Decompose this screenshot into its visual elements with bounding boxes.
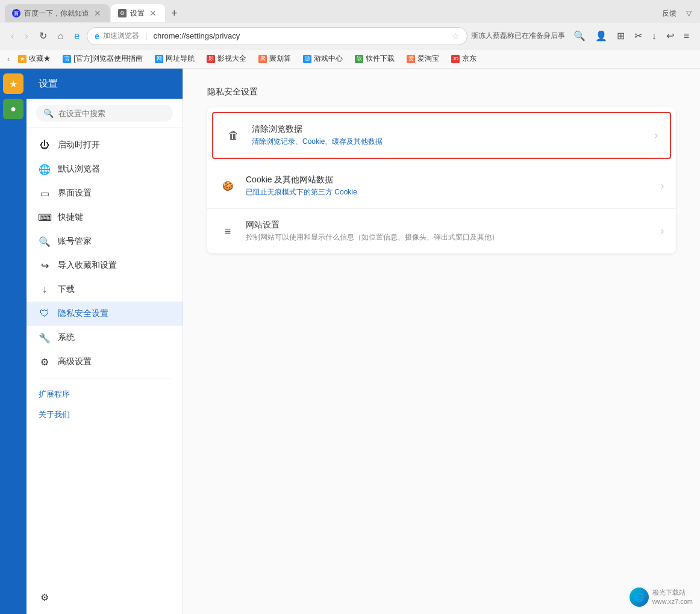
search-toolbar-btn[interactable]: 🔍	[570, 28, 589, 44]
taobao-icon: 爱	[407, 55, 415, 63]
default-browser-icon: 🌐	[39, 163, 51, 175]
browser-icon: e	[95, 31, 99, 41]
grid-btn[interactable]: ⊞	[613, 28, 628, 44]
sidebar-item-system-label: 系统	[58, 332, 75, 343]
sidebar-item-import-label: 导入收藏和设置	[58, 260, 117, 271]
bookmark-movies-label: 影视大全	[217, 54, 246, 64]
movies-icon: 影	[207, 55, 215, 63]
settings-item-clear-data[interactable]: 🗑 清除浏览数据 清除浏览记录、Cookie、缓存及其他数据 ›	[213, 113, 670, 158]
scissors-btn[interactable]: ✂	[631, 28, 646, 44]
sidebar-item-startup[interactable]: ⏻ 启动时打开	[27, 133, 183, 157]
nav-extensions-link[interactable]: 扩展程序	[27, 384, 183, 405]
tab-baidu-label: 百度一下，你就知道	[24, 8, 89, 19]
new-tab-button[interactable]: +	[166, 5, 183, 22]
home-button[interactable]: ⌂	[54, 28, 67, 44]
bookmark-jd[interactable]: JD 京东	[448, 52, 480, 65]
arrow-left-icon[interactable]: ‹	[7, 54, 10, 63]
bookmark-software-label: 软件下载	[366, 54, 395, 64]
section-title: 隐私安全设置	[207, 87, 676, 98]
clear-data-arrow: ›	[655, 130, 658, 141]
tab-settings-label: 设置	[130, 8, 145, 19]
bookmark-official[interactable]: 官 [官方]浏览器使用指南	[59, 52, 146, 65]
sidebar-item-account[interactable]: 🔍 账号管家	[27, 229, 183, 253]
bookmark-favorites-label: 收藏★	[29, 54, 51, 64]
games-icon: 游	[303, 55, 311, 63]
settings-item-site[interactable]: ≡ 网站设置 控制网站可以使用和显示什么信息（如位置信息、摄像头、弹出式窗口及其…	[207, 209, 676, 253]
settings-card: 🗑 清除浏览数据 清除浏览记录、Cookie、缓存及其他数据 › 🍪 Cooki…	[207, 107, 676, 253]
sidebar-icon-star[interactable]: ★	[3, 73, 23, 94]
bookmark-favorites[interactable]: ★ 收藏★	[14, 52, 54, 65]
sidebar-item-download[interactable]: ↓ 下载	[27, 278, 183, 302]
bookmark-jujuan[interactable]: 聚 聚划算	[255, 52, 295, 65]
sidebar-toggle[interactable]: e	[70, 28, 83, 44]
cookie-arrow: ›	[661, 181, 664, 191]
main-layout: ★ ● 设置 🔍 ⏻ 启动时打开 🌐 默认浏览器	[0, 69, 700, 614]
watermark-url: www.xz7.com	[652, 597, 693, 606]
nav-about-link[interactable]: 关于我们	[27, 405, 183, 425]
clear-data-subtitle: 清除浏览记录、Cookie、缓存及其他数据	[252, 137, 645, 147]
tab-baidu[interactable]: 百 百度一下，你就知道 ✕	[5, 4, 110, 22]
cookie-icon: 🍪	[219, 178, 236, 194]
menu-btn[interactable]: ≡	[680, 28, 693, 44]
search-input[interactable]	[58, 109, 166, 118]
news-text: 浙冻人蔡磊称已在准备身后事	[471, 31, 565, 41]
bookmark-official-label: [官方]浏览器使用指南	[73, 54, 143, 64]
bookmark-nav[interactable]: 网 网址导航	[151, 52, 198, 65]
appearance-icon: ▭	[39, 187, 51, 199]
bookmark-taobao-label: 爱淘宝	[417, 54, 439, 64]
sidebar-item-default-browser[interactable]: 🌐 默认浏览器	[27, 157, 183, 181]
settings-header: 设置	[27, 69, 183, 99]
undo-btn[interactable]: ↩	[663, 28, 678, 44]
settings-favicon: ⚙	[118, 9, 127, 17]
cookie-text: Cookie 及其他网站数据 已阻止无痕模式下的第三方 Cookie	[246, 175, 651, 197]
watermark-icon: 🌐	[630, 588, 649, 607]
sidebar-item-system[interactable]: 🔧 系统	[27, 326, 183, 350]
back-button[interactable]: ‹	[7, 28, 17, 44]
tab-baidu-close[interactable]: ✕	[93, 8, 102, 18]
site-settings-title: 网站设置	[246, 220, 651, 231]
forward-button[interactable]: ›	[21, 28, 31, 44]
toolbar-right: 浙冻人蔡磊称已在准备身后事 🔍 👤 ⊞ ✂ ↓ ↩ ≡	[471, 28, 693, 44]
sidebar-item-advanced[interactable]: ⚙ 高级设置	[27, 350, 183, 374]
search-wrap[interactable]: 🔍	[36, 105, 173, 122]
bookmark-movies[interactable]: 影 影视大全	[203, 52, 250, 65]
sidebar-item-shortcuts-label: 快捷键	[58, 212, 83, 223]
sidebar-icon-chat[interactable]: ●	[3, 99, 23, 119]
feedback-button[interactable]: 反馈	[658, 7, 680, 20]
settings-sidebar: 设置 🔍 ⏻ 启动时打开 🌐 默认浏览器 ▭ 界面设	[27, 69, 183, 614]
sidebar-item-account-label: 账号管家	[58, 236, 92, 247]
sidebar-nav: ⏻ 启动时打开 🌐 默认浏览器 ▭ 界面设置 ⌨ 快捷键 🔍 账号管家	[27, 128, 183, 580]
sidebar-item-appearance[interactable]: ▭ 界面设置	[27, 181, 183, 205]
sidebar-item-shortcuts[interactable]: ⌨ 快捷键	[27, 205, 183, 229]
address-input-wrap[interactable]: e 加速浏览器 | chrome://settings/privacy ☆	[87, 27, 467, 45]
bookmarks-bar: ‹ ★ 收藏★ 官 [官方]浏览器使用指南 网 网址导航 影 影视大全 聚 聚划…	[0, 49, 700, 69]
system-icon: 🔧	[39, 332, 51, 344]
bookmark-games[interactable]: 游 游戏中心	[299, 52, 346, 65]
clear-data-title: 清除浏览数据	[252, 124, 645, 135]
tab-settings-close[interactable]: ✕	[148, 8, 158, 18]
sidebar-item-privacy-label: 隐私安全设置	[58, 308, 108, 319]
bookmark-jd-label: 京东	[462, 54, 477, 64]
bookmark-star-icon[interactable]: ☆	[452, 31, 460, 41]
bookmark-taobao[interactable]: 爱 爱淘宝	[403, 52, 443, 65]
sidebar-item-bottom-settings[interactable]: ⚙	[27, 585, 183, 609]
settings-item-cookie[interactable]: 🍪 Cookie 及其他网站数据 已阻止无痕模式下的第三方 Cookie ›	[207, 164, 676, 209]
site-settings-text: 网站设置 控制网站可以使用和显示什么信息（如位置信息、摄像头、弹出式窗口及其他）	[246, 220, 651, 243]
address-url: chrome://settings/privacy	[153, 31, 448, 40]
advanced-icon: ⚙	[39, 356, 51, 368]
tab-settings[interactable]: ⚙ 设置 ✕	[111, 4, 165, 22]
sidebar-item-privacy[interactable]: 🛡 隐私安全设置	[27, 302, 183, 326]
import-icon: ↪	[39, 259, 51, 271]
site-settings-subtitle: 控制网站可以使用和显示什么信息（如位置信息、摄像头、弹出式窗口及其他）	[246, 232, 651, 243]
window-controls[interactable]: ▽	[683, 8, 695, 19]
bookmark-software[interactable]: 软 软件下载	[351, 52, 398, 65]
cookie-subtitle: 已阻止无痕模式下的第三方 Cookie	[246, 187, 651, 197]
software-icon: 软	[355, 55, 363, 63]
refresh-button[interactable]: ↻	[36, 28, 51, 44]
sidebar-item-import[interactable]: ↪ 导入收藏和设置	[27, 253, 183, 278]
settings-content: 隐私安全设置 🗑 清除浏览数据 清除浏览记录、Cookie、缓存及其他数据 ›	[183, 69, 700, 614]
download-btn[interactable]: ↓	[648, 28, 660, 44]
site-settings-arrow: ›	[661, 226, 664, 237]
startup-icon: ⏻	[39, 139, 51, 151]
user-account-btn[interactable]: 👤	[592, 28, 611, 44]
